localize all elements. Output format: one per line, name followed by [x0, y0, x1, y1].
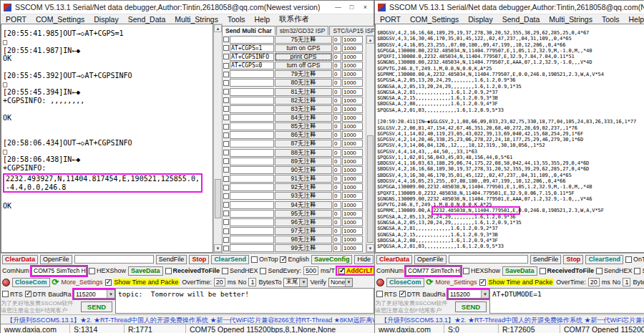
row-delay-input[interactable]: 0 [333, 44, 341, 52]
checkbox-icon[interactable] [222, 268, 228, 274]
row-checkbox[interactable] [223, 193, 229, 199]
row-checkbox[interactable] [223, 37, 229, 42]
row-period-input[interactable]: 1000 [342, 131, 363, 139]
row-send-button[interactable]: 86无注释 [275, 131, 332, 139]
checkbox-icon[interactable] [634, 268, 640, 274]
row-checkbox[interactable] [223, 115, 229, 120]
menu-item-3[interactable]: Send_Data [502, 15, 540, 24]
menu-item-0[interactable]: PORT [6, 15, 26, 24]
send-hex-checkbox[interactable]: SendHEX [596, 267, 633, 274]
row-period-input[interactable]: 1000 [342, 36, 363, 44]
row-period-input[interactable]: 1000 [342, 122, 363, 130]
row-checkbox[interactable] [223, 72, 229, 77]
row-send-button[interactable]: 82无注释 [275, 97, 332, 105]
tab-send-multi-char[interactable]: Send Multi Char [222, 26, 275, 35]
stop-button[interactable]: Stop [563, 255, 583, 264]
checkbox-icon[interactable] [280, 256, 286, 263]
menu-item-4[interactable]: Multi_Strings [175, 15, 218, 24]
row-checkbox[interactable] [223, 237, 229, 243]
menu-item-5[interactable]: Tools [602, 15, 620, 24]
row-period-input[interactable]: 1000 [342, 88, 363, 96]
send-button[interactable]: SEND [455, 301, 487, 312]
row-period-input[interactable]: 1000 [342, 218, 363, 226]
overtime-input[interactable]: 20 [588, 278, 600, 286]
on-top-checkbox[interactable]: OnTop [625, 256, 644, 263]
row-command-input[interactable] [230, 70, 274, 78]
checkbox-icon[interactable] [376, 291, 383, 297]
show-time-checkbox[interactable]: Show Time and Packe [105, 279, 180, 286]
send-every-checkbox[interactable]: SendEvery: [634, 267, 644, 274]
row-delay-input[interactable]: 0 [333, 140, 341, 148]
row-period-input[interactable]: 1000 [342, 44, 363, 52]
send-text-input[interactable]: AT+DTUMODE=1 [489, 288, 644, 314]
clear-send-button[interactable]: ClearSend [211, 255, 249, 264]
menu-item-5[interactable]: Tools [228, 15, 245, 24]
terminal-output[interactable]: [20:55:41.985]OUT→◇AT+CGPS=1□[20:55:41.9… [1, 24, 213, 253]
row-checkbox[interactable] [223, 158, 229, 164]
close-com-button[interactable]: CloseCom [12, 278, 50, 287]
row-period-input[interactable]: 1000 [342, 62, 363, 69]
stop-button[interactable]: Stop [189, 255, 209, 264]
row-command-input[interactable] [230, 140, 274, 148]
row-period-input[interactable]: 1000 [342, 175, 363, 183]
row-period-input[interactable]: 1000 [342, 158, 363, 165]
menu-item-6[interactable]: Help [254, 15, 270, 24]
save-data-button[interactable]: SaveData [502, 266, 537, 276]
row-delay-input[interactable]: 0 [333, 149, 341, 157]
clear-data-button[interactable]: ClearData [376, 255, 412, 264]
menu-item-4[interactable]: Multi_Strings [549, 15, 592, 24]
menu-item-1[interactable]: COM_Settings [410, 15, 459, 24]
scroll-up-icon[interactable]: ▲ [214, 24, 222, 32]
checkbox-icon[interactable] [479, 279, 486, 286]
row-period-input[interactable]: 1000 [342, 236, 363, 243]
row-command-input[interactable] [230, 227, 274, 235]
menu-item-0[interactable]: PORT [380, 15, 401, 24]
scroll-down-icon[interactable]: ▼ [214, 244, 222, 252]
row-checkbox[interactable] [223, 228, 229, 234]
row-checkbox[interactable] [223, 63, 229, 69]
file-path-input[interactable] [74, 255, 154, 264]
row-send-button[interactable]: 97无注释 [275, 227, 332, 235]
close-com-button[interactable]: CloseCom [386, 278, 424, 287]
row-send-button[interactable]: 99无注释 [275, 244, 332, 252]
row-period-input[interactable]: 1000 [342, 227, 363, 235]
row-checkbox[interactable] [223, 176, 229, 182]
row-delay-input[interactable]: 0 [333, 227, 341, 235]
checkbox-icon[interactable] [260, 268, 266, 274]
row-delay-input[interactable]: 0 [333, 166, 341, 174]
show-time-checkbox[interactable]: Show Time and Packe [479, 279, 555, 286]
send-text-input[interactable]: topic: Tomorrow will be better! [115, 288, 374, 314]
row-send-button[interactable]: 83无注释 [275, 105, 332, 113]
rts-checkbox[interactable]: RTS [376, 291, 397, 298]
row-delay-input[interactable]: 0 [333, 175, 341, 183]
row-send-button[interactable]: 80无注释 [275, 79, 332, 87]
clear-send-button[interactable]: ClearSend [585, 255, 623, 264]
checkbox-icon[interactable] [596, 268, 602, 274]
add-crlf-checkbox[interactable]: AddCrLf [337, 267, 374, 274]
hex-show-checkbox[interactable]: HEXShow [463, 267, 500, 274]
close-button[interactable]: × [360, 4, 371, 11]
row-command-input[interactable] [230, 105, 274, 113]
row-delay-input[interactable]: 0 [333, 218, 341, 226]
checkbox-icon[interactable] [89, 268, 95, 274]
minimize-button[interactable]: — [333, 4, 343, 11]
tab-stm32-isp[interactable]: stm32/GD32 ISP [276, 26, 329, 35]
row-checkbox[interactable] [223, 246, 229, 251]
save-data-button[interactable]: SaveData [128, 266, 163, 276]
row-checkbox[interactable] [223, 89, 229, 95]
row-send-button[interactable]: 96无注释 [275, 218, 332, 226]
received-to-file-checkbox[interactable]: ReceivedToFile [165, 267, 220, 274]
row-delay-input[interactable]: 0 [333, 97, 341, 105]
send-every-checkbox[interactable]: SendEvery: [260, 267, 301, 274]
row-period-input[interactable]: 1000 [342, 97, 363, 105]
row-command-input[interactable] [230, 236, 274, 243]
row-period-input[interactable]: 1000 [342, 183, 363, 191]
bytes-input[interactable]: 1 [623, 278, 630, 286]
menu-item-2[interactable]: Display [468, 15, 492, 24]
menu-item-1[interactable]: COM_Settings [36, 15, 84, 24]
refresh-ports-icon[interactable]: ⟳ [52, 278, 59, 286]
baud-rate-select[interactable]: 115200 ▼ [74, 289, 115, 299]
row-send-button[interactable]: 93无注释 [275, 192, 332, 200]
row-send-button[interactable]: 94无注释 [275, 201, 332, 209]
row-command-input[interactable] [230, 114, 274, 122]
